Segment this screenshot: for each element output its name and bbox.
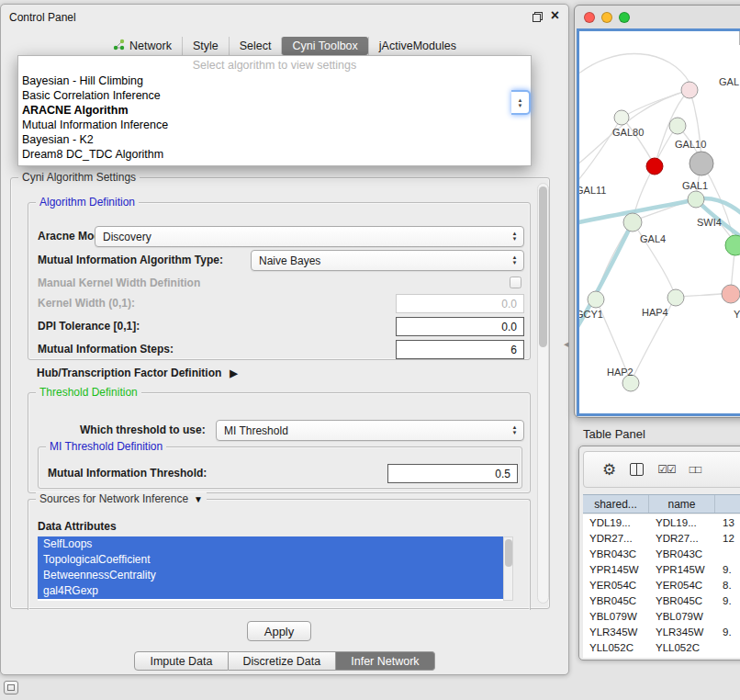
- mi-threshold-label: Mutual Information Threshold:: [48, 463, 207, 484]
- mi-steps-input[interactable]: [396, 340, 524, 359]
- collapse-arrow-icon[interactable]: ▼: [194, 494, 203, 504]
- menu-item-selected[interactable]: ARACNE Algorithm: [18, 103, 531, 118]
- float-window-icon[interactable]: [533, 12, 543, 22]
- kernel-width-label: Kernel Width (0,1):: [38, 293, 135, 314]
- network-node-hub[interactable]: [690, 152, 713, 175]
- table-row[interactable]: YBR043CYBR043C: [583, 546, 740, 561]
- list-item[interactable]: gal4RGexp: [38, 583, 503, 599]
- which-threshold-label: Which threshold to use:: [80, 420, 206, 441]
- network-canvas[interactable]: GAL80 GAL10 GAL11 GAL1 SWI4 GAL4 GCY1 HA…: [577, 28, 740, 416]
- tab-label: jActiveModules: [379, 40, 456, 52]
- minimize-traffic-light[interactable]: [601, 12, 612, 23]
- sources-group: Sources for Network Inference▼ Data Attr…: [28, 499, 531, 610]
- kernel-width-input[interactable]: [396, 294, 524, 313]
- table-row[interactable]: YDL19...YDL19...13: [583, 514, 740, 530]
- node-label: SWI4: [697, 217, 722, 228]
- apply-button[interactable]: Apply: [247, 621, 311, 641]
- group-title: Threshold Definition: [36, 386, 141, 399]
- expand-arrow-icon: ▶: [230, 367, 237, 379]
- tab-style[interactable]: Style: [182, 37, 229, 55]
- select-all-checkboxes-icon[interactable]: ☑☑: [657, 463, 676, 476]
- network-node[interactable]: [725, 235, 740, 255]
- sources-title: Sources for Network Inference: [39, 492, 188, 505]
- tab-network[interactable]: Network: [103, 36, 182, 56]
- table-row[interactable]: YLR345WYLR345W9.: [583, 624, 740, 639]
- network-node-selected-red[interactable]: [646, 158, 663, 175]
- menu-item[interactable]: Basic Correlation Inference: [18, 88, 531, 103]
- algorithm-combobox-button[interactable]: ▲ ▼: [511, 90, 531, 115]
- tab-select[interactable]: Select: [229, 37, 282, 55]
- menu-item[interactable]: Bayesian - Hill Climbing: [18, 73, 531, 88]
- column-header-name[interactable]: name: [649, 495, 715, 513]
- settings-scrollbar[interactable]: [537, 183, 549, 604]
- table-toolbar: ⚙ ☑☑ □□: [583, 451, 740, 488]
- aracne-mode-select[interactable]: Discovery ▲▼: [95, 226, 524, 247]
- network-node[interactable]: [688, 191, 704, 208]
- list-item[interactable]: BetweennessCentrality: [38, 568, 503, 583]
- algorithm-definition-group: Algorithm Definition Aracne Mode: Discov…: [28, 202, 531, 360]
- tab-label: Network: [129, 40, 172, 52]
- network-node[interactable]: [722, 285, 740, 303]
- table-row[interactable]: YLL052CYLL052C: [583, 639, 740, 655]
- table-body: YDL19...YDL19...13 YDR27...YDR27...12 YB…: [583, 514, 740, 658]
- tab-impute-data[interactable]: Impute Data: [134, 651, 228, 671]
- network-node[interactable]: [588, 291, 604, 308]
- table-row[interactable]: YBL079WYBL079W: [583, 608, 740, 624]
- window-title: Control Panel: [9, 11, 76, 24]
- network-tab-icon: [113, 39, 125, 53]
- scrollbar-thumb[interactable]: [505, 539, 512, 567]
- mi-type-select[interactable]: Naive Bayes ▲▼: [251, 250, 524, 271]
- network-node[interactable]: [623, 213, 642, 231]
- threshold-definition-group: Threshold Definition Which threshold to …: [28, 392, 531, 493]
- combo-value: MI Threshold: [224, 424, 288, 437]
- column-selector-icon[interactable]: [630, 463, 644, 476]
- tab-infer-network[interactable]: Infer Network: [336, 651, 434, 671]
- network-node[interactable]: [669, 118, 686, 134]
- menu-item[interactable]: Mutual Information Inference: [18, 118, 531, 132]
- scrollbar-thumb[interactable]: [539, 186, 547, 347]
- network-node[interactable]: [614, 110, 629, 125]
- close-icon[interactable]: ×: [551, 7, 559, 24]
- data-attributes-label: Data Attributes: [38, 520, 117, 533]
- deselect-all-checkboxes-icon[interactable]: □□: [690, 463, 701, 476]
- manual-kernel-checkbox[interactable]: [510, 277, 521, 288]
- tab-jactivemodules[interactable]: jActiveModules: [368, 37, 466, 55]
- table-row[interactable]: YPR145WYPR145W9.: [583, 561, 740, 577]
- menu-item[interactable]: Bayesian - K2: [18, 132, 531, 147]
- list-item[interactable]: SelfLoops: [38, 536, 503, 552]
- list-item[interactable]: TopologicalCoefficient: [38, 552, 503, 568]
- data-attributes-list: SelfLoops TopologicalCoefficient Between…: [38, 536, 503, 601]
- table-header: shared... name: [583, 494, 740, 514]
- node-label: GAL1: [682, 180, 708, 191]
- network-node[interactable]: [667, 289, 684, 306]
- collapsed-panel-icon[interactable]: [4, 681, 18, 694]
- gear-icon[interactable]: ⚙: [602, 460, 616, 480]
- table-row[interactable]: YER054CYER054C8.: [583, 577, 740, 593]
- column-header-extra[interactable]: [715, 495, 740, 513]
- node-label: GAL: [719, 76, 739, 87]
- which-threshold-select[interactable]: MI Threshold ▲▼: [216, 420, 524, 441]
- mi-steps-label: Mutual Information Steps:: [38, 339, 174, 360]
- column-header-shared-name[interactable]: shared...: [583, 495, 649, 513]
- dpi-tolerance-input[interactable]: [396, 317, 524, 336]
- table-row[interactable]: YDR27...YDR27...12: [583, 530, 740, 546]
- zoom-traffic-light[interactable]: [619, 12, 630, 23]
- mi-threshold-input[interactable]: [387, 464, 518, 483]
- cyni-mode-tabs: Impute Data Discretize Data Infer Networ…: [1, 651, 568, 671]
- hub-definition-toggle[interactable]: Hub/Transcription Factor Definition ▶: [37, 367, 238, 379]
- table-panel-title: Table Panel: [583, 427, 645, 441]
- control-panel-tabs: Network Style Select Cyni Toolbox jActiv…: [1, 36, 568, 56]
- tab-cyni-toolbox[interactable]: Cyni Toolbox: [281, 37, 367, 55]
- table-panel-window: ⚙ ☑☑ □□ shared... name YDL19...YDL19...1…: [578, 446, 740, 660]
- table-row[interactable]: YBR045CYBR045C9.: [583, 593, 740, 608]
- list-scrollbar[interactable]: [503, 536, 513, 601]
- group-title: MI Threshold Definition: [46, 440, 166, 453]
- tab-discretize-data[interactable]: Discretize Data: [229, 651, 337, 671]
- node-label: GAL11: [579, 185, 606, 196]
- node-label: Y: [734, 309, 740, 320]
- manual-kernel-label: Manual Kernel Width Definition: [38, 273, 200, 294]
- panel-collapse-arrow-icon[interactable]: ◂: [564, 338, 569, 350]
- network-node[interactable]: [681, 82, 698, 98]
- menu-item[interactable]: Dream8 DC_TDC Algorithm: [18, 147, 531, 162]
- close-traffic-light[interactable]: [584, 12, 595, 23]
